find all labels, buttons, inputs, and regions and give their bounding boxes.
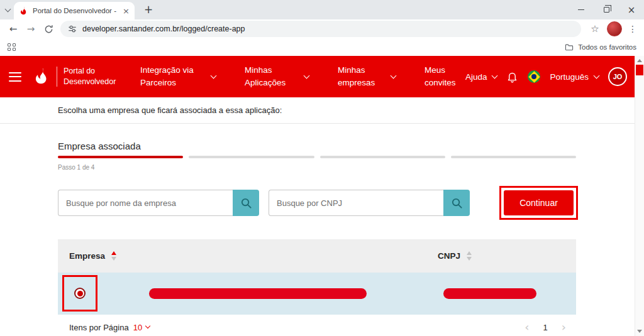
- step-bar-2: [189, 156, 314, 158]
- bookmark-star-icon[interactable]: ☆: [587, 23, 602, 35]
- forward-button[interactable]: →: [23, 21, 39, 37]
- annotation-box-radio: [62, 275, 97, 312]
- step-bar-4: [451, 156, 576, 158]
- company-search-button[interactable]: [233, 190, 259, 216]
- chevron-down-icon: [304, 72, 310, 79]
- companies-table: Empresa CNPJ: [58, 239, 576, 336]
- brand-title[interactable]: Portal do Desenvolvedor: [64, 66, 120, 87]
- help-menu[interactable]: Ajuda: [465, 72, 497, 82]
- folder-icon: [565, 43, 574, 51]
- brazil-flag-icon[interactable]: [528, 70, 540, 83]
- column-label: CNPJ: [438, 251, 460, 261]
- sort-desc-icon: [467, 257, 472, 261]
- search-icon: [240, 197, 252, 209]
- santander-flame-logo[interactable]: [32, 67, 51, 86]
- tab-strip: Portal do Desenvolvedor - Sant × + ×: [0, 0, 644, 19]
- company-search-input[interactable]: [58, 190, 233, 216]
- stepper-progress-bars: [58, 156, 576, 158]
- cnpj-search-group: [269, 190, 470, 216]
- items-per-page-chevron-icon[interactable]: [145, 323, 150, 328]
- stepper-active-label: Empresa associada: [58, 141, 141, 151]
- user-avatar[interactable]: JO: [608, 67, 627, 86]
- back-button[interactable]: ←: [5, 21, 21, 37]
- column-header-cnpj[interactable]: CNPJ: [438, 251, 472, 261]
- nav-item-meus-convites[interactable]: Meus convites: [425, 64, 461, 90]
- bookmarks-bar: Todos os favoritos: [0, 38, 644, 56]
- window-restore-button[interactable]: [594, 0, 619, 19]
- table-row[interactable]: [58, 273, 576, 315]
- stepper-progress-text: Passo 1 de 4: [58, 164, 94, 171]
- cnpj-redaction: [443, 288, 536, 299]
- nav-item-label: Minhas empresas: [338, 64, 382, 90]
- sort-desc-icon: [111, 257, 116, 261]
- page-scrollbar[interactable]: [635, 56, 644, 336]
- sort-icons-empresa[interactable]: [111, 251, 116, 261]
- reload-button[interactable]: [40, 21, 57, 37]
- app-header: Portal do Desenvolvedor Integração via P…: [0, 56, 635, 97]
- step-bar-1-active: [58, 156, 183, 158]
- site-settings-icon[interactable]: [68, 24, 77, 33]
- page-prev-icon[interactable]: ‹: [525, 322, 529, 333]
- section-divider: [0, 123, 635, 124]
- instruction-text: Escolha uma empresa que ficará associada…: [58, 106, 282, 115]
- chevron-down-icon: [391, 72, 397, 79]
- nav-item-label: Integração via Parceiros: [140, 64, 202, 90]
- annotation-box-continue: Continuar: [499, 186, 578, 220]
- scrollbar-thumb[interactable]: [636, 65, 643, 75]
- table-header-row: Empresa CNPJ: [58, 239, 576, 273]
- step-bar-3: [320, 156, 445, 158]
- url-text: developer.santander.com.br/logged/create…: [82, 24, 245, 33]
- header-right-cluster: Ajuda Português JO: [465, 67, 635, 86]
- pagination: ‹ 1 ›: [525, 322, 566, 333]
- window-controls: ×: [569, 0, 644, 19]
- brand-divider: [57, 67, 57, 87]
- page-next-icon[interactable]: ›: [562, 322, 566, 333]
- sort-icons-cnpj[interactable]: [467, 251, 472, 261]
- page-content: Escolha uma empresa que ficará associada…: [0, 97, 635, 336]
- cnpj-search-input[interactable]: [269, 190, 443, 216]
- current-page: 1: [543, 323, 548, 332]
- browser-tab[interactable]: Portal do Desenvolvedor - Sant ×: [14, 2, 135, 19]
- company-name-redaction: [149, 288, 367, 299]
- tab-title: Portal do Desenvolvedor - Sant: [33, 7, 118, 14]
- sort-asc-icon: [467, 251, 472, 255]
- window-close-button[interactable]: ×: [619, 0, 644, 19]
- apps-grid-icon[interactable]: [8, 43, 16, 51]
- all-favorites-label: Todos os favoritos: [578, 43, 636, 51]
- chevron-down-icon: [211, 72, 217, 79]
- nav-item-label: Meus convites: [425, 64, 461, 90]
- main-nav: Integração via Parceiros Minhas Aplicaçõ…: [140, 64, 461, 90]
- browser-profile-avatar[interactable]: [607, 21, 622, 36]
- santander-favicon-flame-icon: [19, 6, 28, 16]
- browser-window: Portal do Desenvolvedor - Sant × + × ← →…: [0, 0, 644, 336]
- company-search-group: [58, 190, 259, 216]
- scrollbar-up-arrow-icon[interactable]: [637, 59, 642, 62]
- tab-search-chevron-icon[interactable]: [5, 6, 11, 13]
- browser-menu-icon[interactable]: ⋮: [626, 24, 639, 34]
- nav-item-minhas-aplicacoes[interactable]: Minhas Aplicações: [245, 64, 309, 90]
- browser-toolbar: ← → developer.santander.com.br/logged/cr…: [0, 19, 644, 38]
- language-selector[interactable]: Português: [550, 72, 599, 82]
- chevron-down-icon: [492, 72, 498, 79]
- row-radio-selected[interactable]: [74, 288, 86, 299]
- address-bar[interactable]: developer.santander.com.br/logged/create…: [60, 21, 581, 37]
- tab-close-icon[interactable]: ×: [123, 7, 130, 15]
- notifications-bell-icon[interactable]: [506, 71, 518, 83]
- search-icon: [451, 197, 463, 209]
- help-label: Ajuda: [465, 72, 487, 82]
- nav-item-minhas-empresas[interactable]: Minhas empresas: [338, 64, 396, 90]
- hamburger-menu-icon[interactable]: [9, 72, 21, 82]
- items-per-page-label: Itens por Página: [69, 323, 129, 332]
- nav-item-integracao-parceiros[interactable]: Integração via Parceiros: [140, 64, 216, 90]
- scrollbar-down-arrow-icon[interactable]: [637, 330, 642, 333]
- continue-button[interactable]: Continuar: [504, 190, 574, 215]
- nav-item-label: Minhas Aplicações: [245, 64, 295, 90]
- window-minimize-button[interactable]: [569, 0, 594, 19]
- cnpj-search-button[interactable]: [443, 190, 470, 216]
- new-tab-button[interactable]: +: [141, 3, 156, 18]
- sort-asc-icon: [111, 251, 116, 255]
- column-label: Empresa: [69, 251, 105, 261]
- all-favorites-button[interactable]: Todos os favoritos: [565, 43, 636, 51]
- items-per-page-value[interactable]: 10: [133, 323, 142, 332]
- column-header-empresa[interactable]: Empresa: [58, 251, 438, 261]
